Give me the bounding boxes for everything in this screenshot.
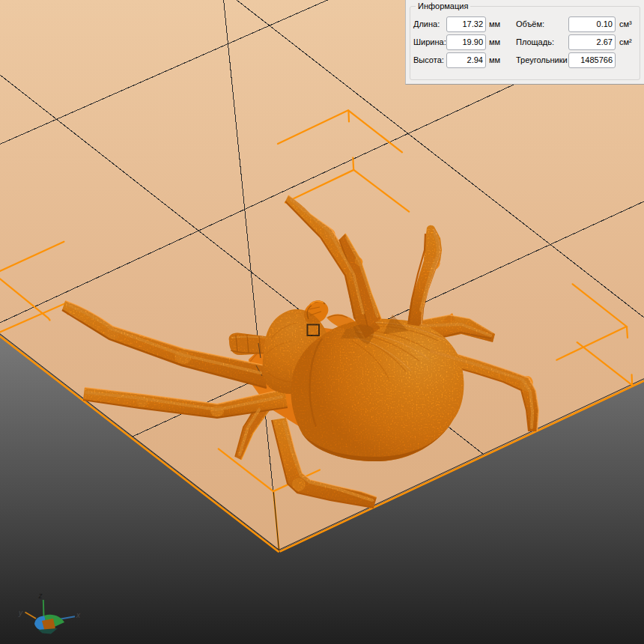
svg-text:z: z	[38, 592, 43, 600]
svg-text:y: y	[18, 609, 23, 617]
svg-text:x: x	[76, 611, 81, 619]
